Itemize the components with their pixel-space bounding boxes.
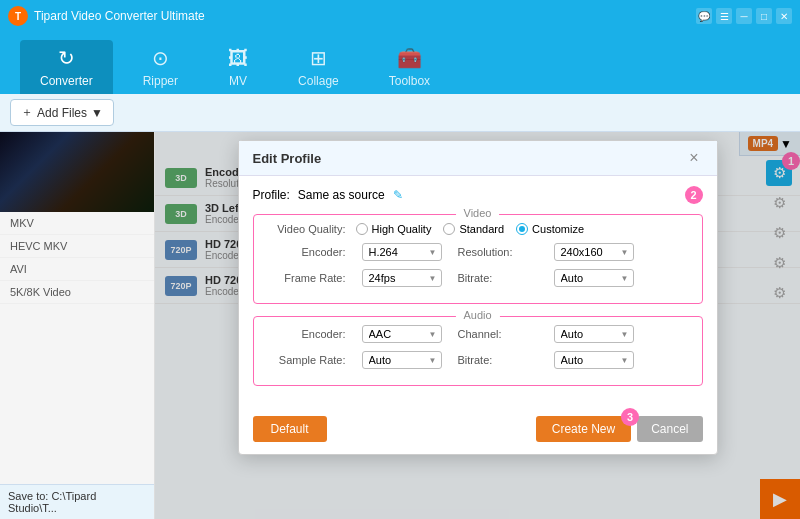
save-to-label: Save to: [8,490,48,502]
video-section: Video Video Quality: High Quality [253,214,703,304]
toolbox-icon: 🧰 [397,46,422,70]
video-bitrate-select[interactable]: Auto [554,269,634,287]
samplerate-label: Sample Rate: [266,354,346,366]
format-item-5k8k[interactable]: 5K/8K Video [0,281,154,304]
audio-bitrate-select[interactable]: Auto [554,351,634,369]
encoder-label: Encoder: [266,246,346,258]
framerate-select[interactable]: 24fps [362,269,442,287]
nav-mv[interactable]: 🖼 MV [208,41,268,94]
cancel-button[interactable]: Cancel [637,416,702,442]
title-bar-left: T Tipard Video Converter Ultimate [8,6,205,26]
toolbar: ＋ Add Files ▼ [0,94,800,132]
chat-button[interactable]: 💬 [696,8,712,24]
right-panel: MP4 ▼ ⚙ 1 ⚙ ⚙ ⚙ ⚙ 3D Encoder: H.264 Reso… [155,132,800,519]
encoder-select-wrapper[interactable]: H.264 [362,243,442,261]
radio-standard-label: Standard [459,223,504,235]
ripper-icon: ⊙ [152,46,169,70]
radio-high-label: High Quality [372,223,432,235]
profile-label: Profile: [253,188,290,202]
framerate-label: Frame Rate: [266,272,346,284]
nav-mv-label: MV [229,74,247,88]
nav-ripper[interactable]: ⊙ Ripper [123,40,198,94]
modal-body: Profile: Same as source ✎ 2 Video Video … [239,176,717,408]
radio-circle-standard [443,223,455,235]
samplerate-select-wrapper[interactable]: Auto [362,351,442,369]
close-button[interactable]: ✕ [776,8,792,24]
modal-close-button[interactable]: × [685,149,702,167]
modal-header: Edit Profile × [239,141,717,176]
video-bitrate-select-wrapper[interactable]: Auto [554,269,634,287]
resolution-select-wrapper[interactable]: 240x160 [554,243,634,261]
audio-section: Audio Encoder: AAC Channel: [253,316,703,386]
radio-circle-customize [516,223,528,235]
app-title: Tipard Video Converter Ultimate [34,9,205,23]
video-bitrate-label: Bitrate: [458,272,538,284]
footer-right: Create New 3 Cancel [536,416,703,442]
radio-customize-label: Customize [532,223,584,235]
maximize-button[interactable]: □ [756,8,772,24]
quality-row: Video Quality: High Quality Standard [266,223,690,235]
create-new-button[interactable]: Create New [536,416,631,442]
badge-2: 2 [685,186,703,204]
title-bar: T Tipard Video Converter Ultimate 💬 ☰ ─ … [0,0,800,32]
file-thumbnail [0,132,154,212]
nav-collage-label: Collage [298,74,339,88]
window-controls[interactable]: 💬 ☰ ─ □ ✕ [696,8,792,24]
audio-encoder-select-wrapper[interactable]: AAC [362,325,442,343]
modal-footer: Default Create New 3 Cancel [239,408,717,454]
left-panel: MKV HEVC MKV AVI 5K/8K Video Save to: C:… [0,132,155,519]
minimize-button[interactable]: ─ [736,8,752,24]
format-item-mkv[interactable]: MKV [0,212,154,235]
resolution-select[interactable]: 240x160 [554,243,634,261]
audio-encoder-label: Encoder: [266,328,346,340]
nav-toolbox-label: Toolbox [389,74,430,88]
nav-toolbox[interactable]: 🧰 Toolbox [369,40,450,94]
modal-overlay: Edit Profile × Profile: Same as source ✎… [155,132,800,519]
samplerate-bitrate-row: Sample Rate: Auto Bitrate: Auto [266,351,690,369]
default-button[interactable]: Default [253,416,327,442]
resolution-label: Resolution: [458,246,538,258]
audio-section-label: Audio [455,309,499,321]
channel-select-wrapper[interactable]: Auto [554,325,634,343]
audio-bitrate-label: Bitrate: [458,354,538,366]
framerate-bitrate-row: Frame Rate: 24fps Bitrate: Auto [266,269,690,287]
samplerate-select[interactable]: Auto [362,351,442,369]
framerate-select-wrapper[interactable]: 24fps [362,269,442,287]
video-section-label: Video [456,207,500,219]
collage-icon: ⊞ [310,46,327,70]
radio-standard[interactable]: Standard [443,223,504,235]
nav-bar: ↻ Converter ⊙ Ripper 🖼 MV ⊞ Collage 🧰 To… [0,32,800,94]
channel-select[interactable]: Auto [554,325,634,343]
plus-icon: ＋ [21,104,33,121]
channel-label: Channel: [458,328,538,340]
nav-converter[interactable]: ↻ Converter [20,40,113,94]
audio-encoder-channel-row: Encoder: AAC Channel: Auto [266,325,690,343]
main-content: MKV HEVC MKV AVI 5K/8K Video Save to: C:… [0,132,800,519]
mv-icon: 🖼 [228,47,248,70]
app-logo: T [8,6,28,26]
add-files-label: Add Files [37,106,87,120]
radio-customize[interactable]: Customize [516,223,584,235]
radio-dot-customize [519,226,525,232]
profile-value: Same as source [298,188,385,202]
format-item-hevc-mkv[interactable]: HEVC MKV [0,235,154,258]
modal-title: Edit Profile [253,151,322,166]
audio-bitrate-select-wrapper[interactable]: Auto [554,351,634,369]
nav-converter-label: Converter [40,74,93,88]
quality-label: Video Quality: [266,223,346,235]
edit-profile-modal: Edit Profile × Profile: Same as source ✎… [238,140,718,455]
format-item-avi[interactable]: AVI [0,258,154,281]
radio-high-quality[interactable]: High Quality [356,223,432,235]
edit-pencil-icon[interactable]: ✎ [393,188,403,202]
create-new-wrapper: Create New 3 [536,416,631,442]
profile-row: Profile: Same as source ✎ 2 [253,186,703,204]
converter-icon: ↻ [58,46,75,70]
encoder-select[interactable]: H.264 [362,243,442,261]
menu-button[interactable]: ☰ [716,8,732,24]
dropdown-arrow-icon: ▼ [91,106,103,120]
audio-encoder-select[interactable]: AAC [362,325,442,343]
add-files-button[interactable]: ＋ Add Files ▼ [10,99,114,126]
nav-collage[interactable]: ⊞ Collage [278,40,359,94]
quality-radio-group: High Quality Standard [356,223,585,235]
radio-circle-high [356,223,368,235]
